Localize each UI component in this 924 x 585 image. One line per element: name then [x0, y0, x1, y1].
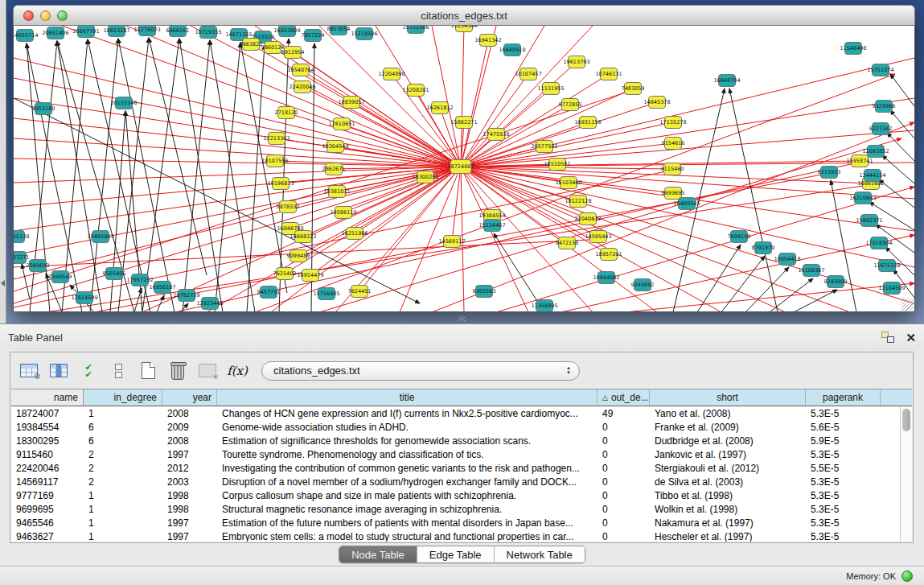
graph-node[interactable]: 12814599 — [71, 292, 97, 304]
graph-node[interactable]: 12213363 — [263, 133, 290, 145]
graph-edge[interactable] — [461, 167, 609, 254]
graph-node[interactable]: 15134457 — [478, 220, 505, 232]
tab-edge-table[interactable]: Edge Table — [417, 546, 495, 562]
table-cell[interactable]: Disruption of a novel member of a sodium… — [217, 475, 598, 488]
table-cell[interactable]: 5.3E-5 — [806, 516, 881, 529]
graph-node[interactable]: 16108367 — [798, 265, 824, 277]
table-cell[interactable]: 6 — [84, 420, 162, 434]
graph-node[interactable]: 2053180 — [32, 103, 55, 115]
graph-node[interactable]: 16251986 — [341, 228, 368, 240]
graph-node[interactable]: 11675338 — [873, 260, 900, 272]
table-cell[interactable]: 5.3E-5 — [806, 475, 881, 488]
row-height-icon[interactable] — [108, 360, 129, 381]
graph-node[interactable]: 20691406 — [42, 27, 68, 39]
table-cell[interactable]: Dudbridge et al. (2008) — [650, 434, 806, 447]
graph-node[interactable]: 9457791 — [257, 286, 281, 299]
table-cell[interactable]: 0 — [598, 488, 650, 502]
table-cell[interactable]: Investigating the contribution of common… — [217, 461, 598, 475]
graph-node[interactable]: 16053809 — [273, 26, 300, 37]
graph-node[interactable]: 8791970 — [752, 242, 775, 254]
graph-node[interactable]: 16648784 — [713, 75, 740, 87]
table-cell[interactable]: 0 — [598, 475, 650, 488]
table-cell[interactable]: 0 — [598, 516, 650, 529]
graph-edge[interactable] — [14, 78, 461, 167]
graph-node[interactable]: 16782759 — [173, 290, 199, 302]
graph-node[interactable]: 14845378 — [643, 97, 670, 109]
panel-splitter-grip[interactable] — [458, 316, 465, 321]
table-cell[interactable]: 5.3E-5 — [806, 529, 881, 542]
graph-edge[interactable] — [14, 167, 461, 231]
graph-node[interactable]: 9772855 — [559, 99, 582, 111]
table-cell[interactable]: 2 — [84, 447, 162, 461]
column-header-title[interactable]: title — [217, 389, 598, 406]
table-cell[interactable]: 0 — [598, 434, 650, 447]
graph-edge[interactable] — [181, 303, 188, 312]
graph-node[interactable]: 16914479 — [297, 270, 323, 282]
graph-node[interactable]: 20153346 — [110, 97, 137, 109]
graph-node[interactable]: 11131955 — [537, 83, 564, 95]
table-cell[interactable]: Structural magnetic resonance image aver… — [217, 502, 598, 516]
graph-node[interactable]: 20897791 — [72, 26, 99, 38]
graph-node[interactable]: 22420046 — [289, 81, 315, 93]
graph-node[interactable]: 9472158 — [556, 237, 579, 249]
graph-node[interactable]: 15722306 — [402, 26, 429, 34]
table-cell[interactable]: 2 — [84, 461, 162, 475]
table-cell[interactable]: Hescheler et al. (1997) — [650, 529, 806, 542]
tab-network-table[interactable]: Network Table — [495, 546, 585, 562]
graph-node[interactable]: 14055714 — [14, 30, 39, 42]
graph-node[interactable]: 9115460 — [661, 163, 684, 175]
table-cell[interactable]: 49 — [598, 406, 650, 420]
table-cell[interactable]: 2012 — [162, 461, 217, 475]
memory-ok-indicator-icon[interactable] — [901, 571, 913, 582]
graph-node[interactable]: 18122128 — [565, 196, 591, 208]
select-all-icon[interactable]: ✔✔ — [78, 360, 99, 381]
graph-node[interactable]: 9329966 — [873, 101, 896, 113]
graph-node[interactable]: 16941342 — [474, 35, 501, 47]
graph-node[interactable]: 2560693 — [27, 260, 50, 272]
graph-edge[interactable] — [745, 267, 789, 312]
graph-edge[interactable] — [432, 26, 461, 167]
graph-node[interactable]: 12104509 — [878, 282, 905, 295]
graph-edge[interactable] — [157, 295, 164, 312]
table-row[interactable]: 2242004622012Investigating the contribut… — [11, 461, 912, 475]
table-cell[interactable]: 1998 — [162, 488, 217, 502]
graph-node[interactable]: 9099489 — [287, 250, 310, 262]
table-cell[interactable]: 18300295 — [11, 434, 84, 447]
graph-node[interactable]: 15276023 — [133, 26, 160, 36]
table-cell[interactable]: 0 — [598, 502, 650, 516]
graph-node[interactable]: 15751074 — [867, 64, 893, 76]
table-cell[interactable]: 1997 — [162, 447, 217, 461]
graph-node[interactable]: 12923446 — [196, 298, 223, 310]
table-cell[interactable]: 5.9E-5 — [806, 434, 881, 447]
graph-node[interactable]: 9245092 — [631, 279, 655, 291]
table-cell[interactable]: 19384554 — [11, 420, 84, 434]
graph-node[interactable]: 16931158 — [574, 117, 601, 129]
table-cell[interactable]: 1 — [84, 502, 162, 516]
graph-node[interactable]: 10107457 — [515, 68, 541, 80]
graph-node[interactable]: 2718120 — [275, 107, 298, 119]
graph-node[interactable]: 5878332 — [277, 201, 300, 213]
table-row[interactable]: 911546021997Tourette syndrome. Phenomeno… — [11, 447, 912, 461]
graph-node[interactable]: 18957201 — [595, 249, 622, 261]
table-row[interactable]: 946554611997Estimation of the future num… — [11, 516, 912, 529]
graph-edge[interactable] — [879, 179, 914, 208]
graph-node[interactable]: 16210643 — [849, 192, 876, 204]
graph-node[interactable]: 9215953 — [818, 167, 841, 179]
table-cell[interactable]: 1 — [84, 406, 162, 420]
graph-node[interactable]: 9227342 — [869, 123, 893, 135]
graph-edge[interactable] — [355, 167, 461, 233]
table-cell[interactable]: 0 — [598, 529, 650, 542]
network-view-window[interactable]: citations_edges.txt 14055714206914062089… — [13, 5, 915, 312]
table-cell[interactable]: de Silva et al. (2003) — [650, 475, 806, 488]
table-cell[interactable]: 5.3E-5 — [806, 502, 881, 516]
table-row[interactable]: 946362711997Embryonic stem cells: a mode… — [11, 529, 912, 542]
graph-node[interactable]: 7663822 — [240, 39, 263, 51]
column-header-year[interactable]: year — [162, 389, 217, 406]
graph-node[interactable]: 19586110 — [330, 207, 356, 219]
table-cell[interactable]: Genome-wide association studies in ADHD. — [217, 420, 598, 434]
graph-node[interactable]: 1590549 — [49, 271, 72, 283]
graph-node[interactable]: 8813054 — [327, 26, 351, 35]
table-cell[interactable]: 1 — [84, 529, 162, 542]
graph-edge[interactable] — [22, 264, 30, 299]
graph-edge[interactable] — [110, 111, 125, 312]
